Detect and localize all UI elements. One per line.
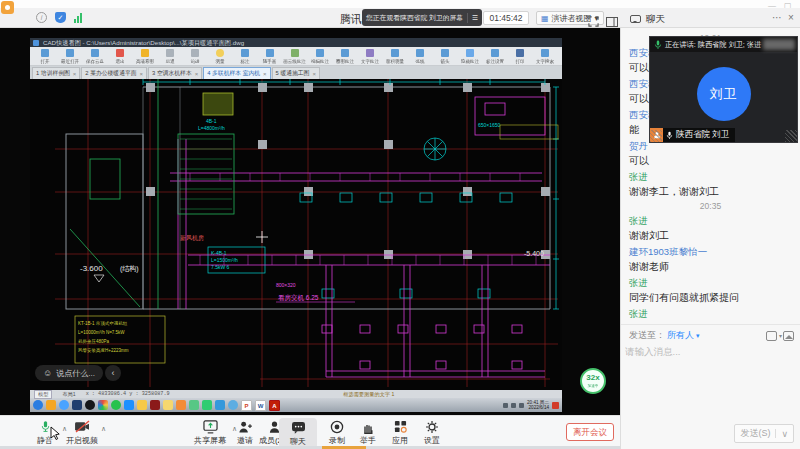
floor-plan-drawing: K-4B-1 L=1500m³/h 7.5kW 6 4B-1 L=4800m³/… — [30, 79, 562, 390]
taskbar-app-icon — [98, 400, 108, 410]
shared-desktop: CAD快速看图 - C:\Users\Administrator\Desktop… — [30, 38, 562, 412]
avatar: 刘卫 — [697, 67, 751, 121]
svg-text:800×320: 800×320 — [276, 282, 296, 288]
menu-icon[interactable]: ☰ — [472, 14, 478, 22]
settings-button[interactable]: 设置 — [410, 419, 454, 446]
chat-sender: 张进 — [629, 308, 792, 321]
chat-sender: 张进 — [629, 171, 792, 184]
cad-tool: 画云线批注 — [282, 49, 307, 64]
caret-down-icon[interactable]: ▾ — [696, 332, 700, 340]
cad-status-bar: 模型 布局1 x : 4833086.4 y : 3258087.9 框选需要测… — [30, 390, 562, 398]
speaker-video-thumbnail[interactable]: 正在讲话: 陕西省院 刘卫; 张进 刘卫 陕西省院 刘卫 — [650, 37, 797, 142]
send-to-row: 发送至： 所有人 ▾ — [629, 329, 794, 342]
tab-close-icon: × — [140, 71, 144, 77]
chat-timestamp: 20:35 — [629, 201, 792, 211]
pdf-icon: A — [269, 400, 280, 411]
cursor-crosshair — [256, 231, 268, 243]
taskbar-app-icon — [137, 400, 147, 410]
send-to-value[interactable]: 所有人 — [667, 329, 694, 342]
cad-tool: 后退 — [157, 49, 182, 64]
chat-close-icon[interactable]: × — [788, 12, 794, 23]
taskbar-app-icon — [33, 400, 43, 410]
taskbar-app-icon — [72, 400, 82, 410]
chat-message: 同学们有问题就抓紧提问 — [629, 291, 792, 304]
svg-text:L=4800m³/h: L=4800m³/h — [198, 125, 225, 131]
meeting-toolbar: 静音 ∧ 开启视频 ∧ 共享屏幕 ∧ — [0, 415, 620, 449]
svg-text:KT-1B-1 吊顶式空调机组: KT-1B-1 吊顶式空调机组 — [78, 320, 128, 326]
camera-off-icon — [74, 420, 91, 433]
taskbar-app-icon — [202, 400, 212, 410]
image-icon[interactable] — [783, 331, 794, 341]
cad-window-title: CAD快速看图 - C:\Users\Administrator\Desktop… — [30, 38, 562, 47]
taskbar-app-icon — [124, 400, 134, 410]
speed-badge: 32x 加速中 — [580, 368, 606, 394]
svg-text:机外余压480Pa: 机外余压480Pa — [78, 338, 110, 344]
send-button[interactable]: 发送(S) ∨ — [734, 424, 794, 443]
participant-name: 陕西省院 刘卫 — [676, 129, 729, 141]
resize-hatch — [785, 130, 797, 142]
taskbar-app-icon — [176, 400, 186, 410]
meeting-info-icon[interactable]: i — [36, 12, 47, 23]
video-options-chevron[interactable]: ∧ — [101, 425, 106, 433]
room-label: 新风机房 — [180, 234, 204, 241]
send-options-caret-icon[interactable]: ∨ — [781, 429, 788, 439]
taskbar-app-icon — [189, 400, 199, 410]
floating-app-icon[interactable] — [1, 1, 14, 14]
meeting-timer: 01:45:42 — [483, 11, 529, 25]
chat-more-icon[interactable]: ⋯ — [772, 12, 782, 23]
divider — [621, 324, 800, 325]
watching-label: 您正在观看陕西省院 刘卫的屏幕 — [366, 13, 463, 23]
tab-close-icon: × — [195, 71, 199, 77]
screenshot-icon[interactable] — [766, 331, 777, 341]
cad-file-tab: 2 某办公楼暖通平面× — [81, 67, 147, 79]
svg-text:L=1500m³/h: L=1500m³/h — [211, 257, 238, 263]
command-hint: 框选需要测量的文字 1 — [180, 391, 558, 398]
cad-file-tab: 5 暖通施工图× — [272, 67, 320, 79]
cad-file-tab: 1 培训样例图× — [32, 67, 80, 79]
security-shield-icon[interactable]: ✓ — [55, 12, 66, 23]
network-signal-icon — [74, 13, 82, 23]
chat-bubble-icon — [630, 15, 641, 23]
taskbar-app-icon — [46, 400, 56, 410]
cad-tool: 退出 — [107, 49, 132, 64]
divider — [775, 429, 776, 438]
quick-chat-bubble[interactable]: ☺ 说点什么... ‹ — [35, 365, 121, 381]
cad-drawing-canvas: K-4B-1 L=1500m³/h 7.5kW 6 4B-1 L=4800m³/… — [30, 79, 562, 390]
svg-text:650×1650: 650×1650 — [478, 122, 501, 128]
cad-file-tab: 3 空调水机样本× — [148, 67, 202, 79]
mic-icon — [666, 131, 673, 140]
chat-panel-title: 聊天 — [646, 13, 665, 26]
cad-tool: 测量 — [207, 49, 232, 64]
svg-text:(结构): (结构) — [120, 265, 139, 273]
cad-tool: 圈图批注 — [332, 49, 357, 64]
cad-tool: 隐藏批注 — [457, 49, 482, 64]
chat-button[interactable]: 聊天 — [279, 418, 317, 449]
blurred-region — [763, 39, 795, 50]
taskbar-app-icon — [59, 400, 69, 410]
svg-text:L=10000m³/h N=7.5kW: L=10000m³/h N=7.5kW — [78, 330, 125, 335]
svg-text:新风机房: 新风机房 — [180, 234, 204, 241]
tab-close-icon: × — [73, 71, 77, 77]
magenta-labels: 800×320 看房交机 6.25 — [276, 282, 319, 302]
tab-close-icon: × — [263, 71, 267, 77]
taskbar-clock: 20:41 周二 2022/6/14 — [527, 400, 549, 410]
chat-message: 谢谢刘工 — [629, 229, 792, 242]
tray-icon — [519, 403, 524, 408]
chat-input[interactable] — [625, 346, 797, 424]
layout-grid-icon: ▦ — [541, 14, 549, 23]
start-video-button[interactable]: 开启视频 — [60, 419, 104, 446]
cad-tool: 打开 — [32, 49, 57, 64]
collapse-icon[interactable]: ‹ — [105, 365, 121, 381]
taskbar-app-icon — [85, 400, 95, 410]
cad-toolbar: 打开 最近打开 保存云盘 退出 高清看图 后退 前进 测量 标注 随手画 画云线… — [30, 47, 562, 66]
cad-tool: 标注设置 — [482, 49, 507, 64]
watching-screen-pill[interactable]: 您正在观看陕西省院 刘卫的屏幕 ☰ — [362, 9, 482, 26]
yellow-notes-block: KT-1B-1 吊顶式空调机组 L=10000m³/h N=7.5kW 机外余压… — [75, 125, 558, 363]
view-mode-label: 演讲者视图 — [552, 13, 592, 24]
cad-tool: 打印 — [507, 49, 532, 64]
leave-meeting-button[interactable]: 离开会议 — [566, 423, 614, 441]
emoji-icon[interactable]: ☺ — [43, 368, 52, 378]
hand-icon — [362, 420, 374, 434]
quick-chat-placeholder[interactable]: 说点什么... — [56, 368, 95, 379]
shared-screen-area: CAD快速看图 - C:\Users\Administrator\Desktop… — [0, 28, 620, 415]
